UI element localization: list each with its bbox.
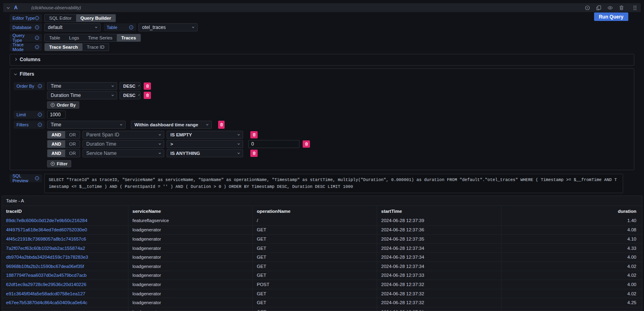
service-name-cell: loadgenerator bbox=[128, 262, 253, 271]
hide-response-icon[interactable] bbox=[607, 5, 613, 10]
duration-cell: 4.02 bbox=[502, 271, 642, 280]
chevron-down-icon bbox=[159, 133, 161, 136]
info-icon[interactable]: i bbox=[129, 25, 133, 29]
add-order-by-button[interactable]: + Order By bbox=[47, 101, 79, 109]
query-type-table[interactable]: Table bbox=[45, 34, 65, 41]
query-row-header[interactable]: A (clickhouse-observability) bbox=[3, 3, 641, 12]
remove-order-by-button[interactable] bbox=[144, 82, 151, 90]
query-type-traces[interactable]: Traces bbox=[117, 34, 140, 41]
operation-name-cell: GET bbox=[253, 271, 377, 280]
trace-id-link[interactable]: 89dc7e8c6060c0d12de7e9b50c216284 bbox=[2, 216, 128, 225]
filter-field-select[interactable]: Service Name bbox=[83, 149, 164, 157]
conjunction-or[interactable]: OR bbox=[65, 150, 80, 157]
trace-id-link[interactable] bbox=[2, 307, 128, 311]
column-header-starttime[interactable]: startTime bbox=[377, 206, 502, 216]
conjunction-and[interactable]: AND bbox=[47, 150, 65, 157]
database-select[interactable]: default bbox=[44, 23, 101, 31]
chevron-down-icon bbox=[238, 142, 240, 145]
trace-id-link[interactable]: 4f497571a618e364ed7ded60752030e0 bbox=[2, 226, 128, 235]
trace-id-link[interactable]: 7a2f07ecf63c60b1029ab2ac155874a2 bbox=[2, 244, 128, 253]
editor-type-switch: SQL Editor Query Builder bbox=[44, 14, 116, 22]
info-icon[interactable]: i bbox=[35, 36, 39, 40]
filters-section-header[interactable]: Filters bbox=[14, 71, 630, 77]
order-by-field-select[interactable]: Time bbox=[47, 82, 117, 90]
column-header-operationname[interactable]: operationName bbox=[253, 206, 377, 216]
add-filter-button[interactable]: + Filter bbox=[47, 160, 71, 167]
conjunction-and[interactable]: AND bbox=[47, 131, 65, 138]
trace-id-link[interactable]: 4f45c21918c73698057a8b1c741657c6 bbox=[2, 235, 128, 243]
operation-name-cell: GET bbox=[253, 253, 377, 262]
disable-query-icon[interactable] bbox=[585, 5, 590, 10]
query-type-time-series[interactable]: Time Series bbox=[83, 34, 117, 41]
duration-cell: 4.08 bbox=[502, 226, 642, 235]
conjunction-and[interactable]: AND bbox=[47, 140, 65, 148]
service-name-cell: loadgenerator bbox=[128, 298, 253, 307]
remove-query-icon[interactable] bbox=[619, 5, 624, 10]
trace-id-link[interactable]: e91c3645f04fa5e58adcd0758e1ea127 bbox=[2, 289, 128, 298]
trace-id-link[interactable]: 62df1ec9a29728c9e29536c20d140226 bbox=[2, 280, 128, 289]
info-icon[interactable]: i bbox=[35, 25, 39, 29]
remove-filter-button[interactable] bbox=[218, 121, 225, 129]
trace-mode-label: Trace Mode i bbox=[10, 43, 42, 51]
operation-name-cell: GET bbox=[253, 289, 377, 298]
columns-section-header[interactable]: Columns bbox=[14, 56, 630, 63]
column-header-duration[interactable]: duration bbox=[502, 206, 642, 216]
filter-operator-select[interactable]: IS ANYTHING bbox=[167, 149, 243, 157]
trace-id-link[interactable]: db9704a2bbda34204d159c71b78283e3 bbox=[2, 253, 128, 262]
info-icon[interactable]: i bbox=[35, 176, 39, 180]
remove-filter-button[interactable] bbox=[303, 140, 310, 148]
order-by-label: Order By i bbox=[14, 82, 45, 90]
editor-type-sql-editor[interactable]: SQL Editor bbox=[45, 14, 76, 22]
order-by-direction-select[interactable]: DESC bbox=[120, 91, 140, 99]
editor-type-query-builder[interactable]: Query Builder bbox=[76, 14, 116, 22]
filter-operator-select[interactable]: IS EMPTY bbox=[167, 131, 243, 139]
panel-title: Table - A bbox=[2, 196, 642, 206]
limit-input[interactable] bbox=[47, 111, 66, 119]
trace-id-link[interactable]: e67ee7b53870d4c864ca50409ca0e64c bbox=[2, 298, 128, 307]
trace-mode-trace-search[interactable]: Trace Search bbox=[45, 43, 83, 51]
query-actions bbox=[585, 5, 637, 10]
filter-operator-select[interactable]: Within dashboard time range bbox=[131, 121, 212, 129]
column-header-traceid[interactable]: traceID bbox=[2, 206, 128, 216]
column-header-servicename[interactable]: serviceName bbox=[128, 206, 253, 216]
start-time-cell: 2024-06-28 12:37:32 bbox=[377, 298, 502, 307]
service-name-cell: loadgenerator bbox=[128, 235, 253, 243]
info-icon[interactable]: i bbox=[35, 16, 39, 20]
info-icon[interactable]: i bbox=[38, 84, 42, 88]
service-name-cell: loadgenerator bbox=[128, 280, 253, 289]
filter-field-select[interactable]: Duration Time bbox=[83, 140, 164, 148]
table-row: db9704a2bbda34204d159c71b78283e3loadgene… bbox=[2, 252, 642, 262]
drag-handle-icon[interactable] bbox=[633, 5, 637, 10]
filter-field-select[interactable]: Parent Span ID bbox=[83, 131, 164, 139]
start-time-cell: 2024-06-28 12:37:31 bbox=[377, 307, 502, 311]
order-by-field-select[interactable]: Duration Time bbox=[47, 91, 117, 99]
chevron-down-icon bbox=[159, 152, 161, 154]
duplicate-query-icon[interactable] bbox=[596, 5, 601, 10]
plus-circle-icon: + bbox=[51, 103, 55, 107]
order-by-direction-select[interactable]: DESC bbox=[120, 82, 140, 90]
info-icon[interactable]: i bbox=[38, 113, 42, 117]
table-row: 4f45c21918c73698057a8b1c741657c6loadgene… bbox=[2, 234, 642, 243]
info-icon[interactable]: i bbox=[35, 45, 39, 49]
filter-field-select[interactable]: Time bbox=[47, 121, 126, 129]
filter-value-input[interactable] bbox=[248, 140, 299, 148]
query-type-switch: Table Logs Time Series Traces bbox=[44, 34, 141, 42]
query-ref-id: A bbox=[14, 5, 18, 10]
chevron-down-icon bbox=[238, 152, 240, 154]
conjunction-or[interactable]: OR bbox=[65, 131, 80, 138]
duration-cell: 4.02 bbox=[502, 289, 642, 298]
trace-id-link[interactable]: 1887794f7eaa6037d0e2a4579bcd7acb bbox=[2, 271, 128, 280]
trace-mode-trace-id[interactable]: Trace ID bbox=[83, 43, 109, 51]
remove-filter-button[interactable] bbox=[250, 131, 258, 138]
table-select[interactable]: otel_traces bbox=[138, 23, 198, 31]
info-icon[interactable]: i bbox=[38, 123, 42, 127]
query-type-logs[interactable]: Logs bbox=[65, 34, 84, 41]
collapse-chevron-icon[interactable] bbox=[7, 6, 10, 8]
duration-cell: 1.40 bbox=[502, 216, 642, 225]
remove-order-by-button[interactable] bbox=[144, 92, 151, 99]
filter-operator-select[interactable]: > bbox=[167, 140, 243, 148]
remove-filter-button[interactable] bbox=[250, 150, 258, 157]
start-time-cell: 2024-06-28 12:37:36 bbox=[377, 226, 502, 235]
conjunction-or[interactable]: OR bbox=[65, 140, 80, 148]
trace-id-link[interactable]: 96968b10fa2b2c1590bc67dea06ef35f bbox=[2, 262, 128, 271]
